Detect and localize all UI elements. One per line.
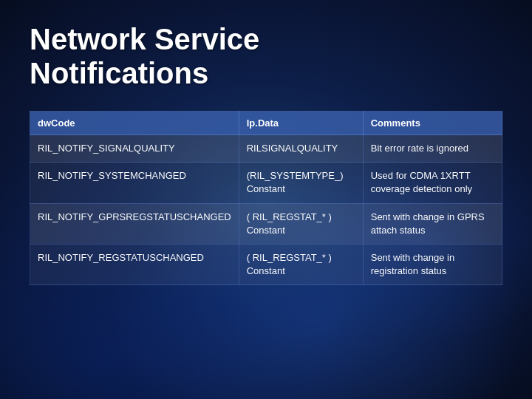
- table-row: RIL_NOTIFY_SIGNALQUALITYRILSIGNALQUALITY…: [30, 135, 502, 163]
- table-row: RIL_NOTIFY_REGSTATUSCHANGED( RIL_REGSTAT…: [30, 244, 502, 284]
- cell-dwcode: RIL_NOTIFY_SYSTEMCHANGED: [30, 163, 239, 203]
- table-row: RIL_NOTIFY_GPRSREGSTATUSCHANGED( RIL_REG…: [30, 203, 502, 244]
- cell-lpdata: RILSIGNALQUALITY: [239, 135, 363, 163]
- notifications-table: dwCode lp.Data Comments RIL_NOTIFY_SIGNA…: [30, 111, 502, 285]
- header-dwcode: dwCode: [30, 112, 239, 135]
- cell-comments: Used for CDMA 1XRTT coverage detection o…: [363, 163, 502, 203]
- header-comments: Comments: [363, 112, 502, 135]
- cell-dwcode: RIL_NOTIFY_GPRSREGSTATUSCHANGED: [30, 203, 239, 244]
- page-title: Network Service Notifications: [30, 22, 502, 90]
- table-header-row: dwCode lp.Data Comments: [30, 112, 502, 135]
- cell-dwcode: RIL_NOTIFY_REGSTATUSCHANGED: [30, 244, 239, 284]
- header-lpdata: lp.Data: [239, 112, 363, 135]
- cell-lpdata: ( RIL_REGSTAT_* )Constant: [239, 203, 363, 244]
- page-content: Network Service Notifications dwCode lp.…: [0, 0, 532, 300]
- cell-comments: Bit error rate is ignored: [363, 135, 502, 163]
- cell-lpdata: ( RIL_REGSTAT_* )Constant: [239, 244, 363, 284]
- cell-comments: Sent with change in registration status: [363, 244, 502, 284]
- cell-dwcode: RIL_NOTIFY_SIGNALQUALITY: [30, 135, 239, 163]
- table-row: RIL_NOTIFY_SYSTEMCHANGED(RIL_SYSTEMTYPE_…: [30, 163, 502, 203]
- cell-lpdata: (RIL_SYSTEMTYPE_)Constant: [239, 163, 363, 203]
- cell-comments: Sent with change in GPRS attach status: [363, 203, 502, 244]
